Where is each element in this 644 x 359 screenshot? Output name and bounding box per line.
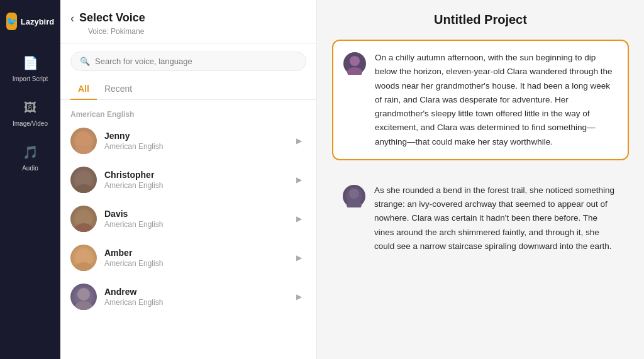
svg-point-3 (77, 171, 90, 184)
svg-point-7 (77, 249, 90, 262)
voice-avatar-davis (70, 206, 97, 232)
import-script-icon: 📄 (20, 53, 40, 73)
voice-avatar-christopher (70, 167, 97, 193)
sidebar-item-image-video[interactable]: 🖼 Image/Video (5, 90, 55, 135)
voice-info-jenny: Jenny American English (104, 131, 284, 151)
voice-info-christopher: Christopher American English (104, 170, 284, 190)
sidebar-item-import-script[interactable]: 📄 Import Script (5, 45, 55, 90)
search-bar: 🔍 (70, 52, 306, 71)
play-button-davis[interactable]: ▶ (291, 211, 306, 226)
main-content: Untitled Project On a chilly autumn afte… (317, 0, 644, 359)
voice-avatar-amber (70, 245, 97, 271)
sidebar: 🐦 Lazybird 📄 Import Script 🖼 Image/Video… (0, 0, 60, 359)
voice-name-andrew: Andrew (104, 287, 284, 297)
story-block-1[interactable]: On a chilly autumn afternoon, with the s… (332, 40, 629, 160)
voice-name-amber: Amber (104, 248, 284, 258)
play-button-jenny[interactable]: ▶ (291, 133, 306, 148)
svg-point-1 (75, 145, 92, 154)
svg-point-9 (77, 288, 90, 301)
voice-item-amber[interactable]: Amber American English ▶ (60, 238, 316, 277)
sidebar-item-label-image: Image/Video (13, 120, 48, 127)
panel-header-row: ‹ Select Voice (70, 11, 306, 25)
sidebar-item-label-audio: Audio (22, 165, 38, 172)
tab-all[interactable]: All (70, 79, 97, 100)
panel-header: ‹ Select Voice Voice: Pokimane (60, 0, 316, 44)
voice-info-davis: Davis American English (104, 209, 284, 229)
voice-info-amber: Amber American English (104, 248, 284, 268)
tabs: All Recent (60, 79, 316, 100)
sidebar-item-audio[interactable]: 🎵 Audio (5, 135, 55, 179)
svg-point-5 (77, 210, 90, 223)
voice-name-davis: Davis (104, 209, 284, 219)
character-avatar-1 (343, 52, 366, 75)
voice-item-christopher[interactable]: Christopher American English ▶ (60, 160, 316, 199)
character-avatar-2 (343, 185, 365, 207)
voice-lang-davis: American English (104, 220, 284, 229)
back-button[interactable]: ‹ (70, 13, 74, 24)
voice-list: American English Jenny American English … (60, 100, 316, 359)
play-button-christopher[interactable]: ▶ (291, 172, 306, 187)
voice-panel: ‹ Select Voice Voice: Pokimane 🔍 All Rec… (60, 0, 317, 359)
voice-avatar-andrew (70, 284, 97, 310)
svg-point-12 (347, 67, 362, 75)
voice-lang-amber: American English (104, 259, 284, 268)
voice-name-jenny: Jenny (104, 131, 284, 141)
svg-point-2 (77, 132, 90, 145)
image-video-icon: 🖼 (20, 97, 40, 118)
svg-point-8 (75, 262, 92, 271)
play-button-amber[interactable]: ▶ (291, 250, 306, 265)
voice-item-jenny[interactable]: Jenny American English ▶ (60, 121, 316, 160)
play-button-andrew[interactable]: ▶ (291, 289, 306, 304)
logo-icon: 🐦 (6, 13, 17, 30)
voice-item-davis[interactable]: Davis American English ▶ (60, 199, 316, 238)
svg-point-13 (349, 189, 359, 199)
search-input[interactable] (95, 57, 297, 66)
svg-point-10 (75, 301, 92, 310)
sidebar-item-label-import: Import Script (13, 75, 48, 82)
panel-subtitle: Voice: Pokimane (88, 27, 306, 36)
voice-info-andrew: Andrew American English (104, 287, 284, 307)
svg-point-14 (347, 200, 362, 207)
svg-point-6 (75, 223, 92, 232)
voice-lang-andrew: American English (104, 298, 284, 307)
story-text-1: On a chilly autumn afternoon, with the s… (375, 51, 618, 149)
group-label: American English (60, 105, 316, 121)
voice-item-andrew[interactable]: Andrew American English ▶ (60, 277, 316, 316)
page-title: Untitled Project (332, 13, 629, 27)
svg-point-4 (75, 184, 92, 193)
audio-icon: 🎵 (20, 142, 40, 162)
voice-avatar-jenny (70, 128, 97, 154)
logo-text: Lazybird (21, 17, 54, 26)
story-block-2[interactable]: As she rounded a bend in the forest trai… (332, 173, 629, 264)
tab-recent[interactable]: Recent (97, 79, 140, 100)
story-text-2: As she rounded a bend in the forest trai… (374, 184, 618, 253)
search-icon: 🔍 (80, 57, 90, 66)
svg-point-11 (350, 56, 360, 66)
logo: 🐦 Lazybird (0, 8, 60, 35)
voice-name-christopher: Christopher (104, 170, 284, 180)
voice-lang-jenny: American English (104, 142, 284, 151)
voice-lang-christopher: American English (104, 181, 284, 190)
panel-title: Select Voice (79, 11, 145, 25)
